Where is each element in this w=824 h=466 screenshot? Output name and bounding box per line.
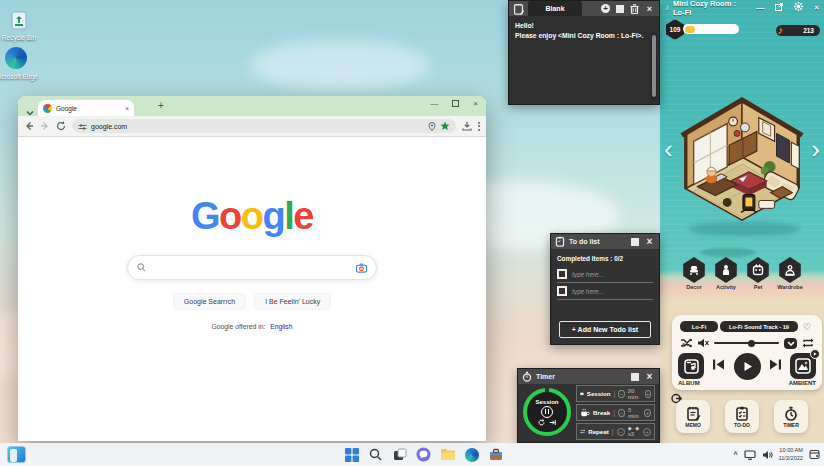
shuffle-icon[interactable]: ALL bbox=[680, 334, 692, 352]
add-note-icon[interactable]: + bbox=[601, 4, 610, 13]
todo-item[interactable] bbox=[557, 266, 653, 283]
notifications-icon[interactable] bbox=[809, 449, 820, 460]
menu-dots-icon[interactable] bbox=[478, 122, 480, 131]
nav-pet-button[interactable]: Pet bbox=[745, 257, 771, 290]
add-todo-button[interactable]: + Add New Todo list bbox=[559, 321, 651, 338]
volume-tray-icon[interactable] bbox=[762, 450, 773, 460]
popout-icon[interactable] bbox=[775, 3, 783, 13]
shuffle-mode-label: ALL bbox=[682, 343, 689, 347]
minimize-note-icon[interactable] bbox=[614, 3, 625, 14]
todo-button[interactable]: TO-DO bbox=[725, 400, 759, 433]
close-icon[interactable]: × bbox=[644, 3, 655, 14]
todo-input[interactable] bbox=[572, 271, 642, 278]
nav-decor-button[interactable]: Decor bbox=[681, 257, 707, 290]
reload-icon[interactable] bbox=[56, 117, 66, 135]
room-next-arrow[interactable]: › bbox=[811, 136, 820, 162]
todo-checkbox[interactable] bbox=[557, 286, 567, 296]
play-button[interactable] bbox=[734, 353, 761, 380]
increase-icon[interactable]: + bbox=[645, 390, 651, 398]
lens-camera-icon[interactable] bbox=[356, 263, 367, 273]
completed-counter: Completed Items : 0/2 bbox=[557, 255, 653, 262]
notes-scrollbar[interactable] bbox=[651, 34, 657, 100]
next-track-icon[interactable] bbox=[769, 357, 782, 375]
chat-button[interactable] bbox=[415, 446, 432, 463]
close-icon[interactable]: × bbox=[644, 236, 655, 247]
volume-slider[interactable] bbox=[714, 342, 779, 344]
location-icon[interactable] bbox=[428, 117, 436, 135]
album-button[interactable] bbox=[678, 353, 704, 379]
close-icon[interactable]: × bbox=[644, 371, 655, 382]
clock[interactable]: 10:00 AM 11/2/2022 bbox=[779, 447, 803, 462]
minimize-todo-icon[interactable] bbox=[629, 236, 640, 247]
address-bar[interactable]: google.com bbox=[72, 119, 456, 133]
room-prev-arrow[interactable]: ‹ bbox=[664, 136, 673, 162]
search-input[interactable] bbox=[152, 264, 350, 271]
bookmark-star-icon[interactable] bbox=[440, 117, 450, 135]
browser-minimize-icon[interactable]: — bbox=[430, 99, 438, 108]
edge-button[interactable] bbox=[463, 446, 480, 463]
delete-note-icon[interactable] bbox=[629, 3, 640, 14]
session-dial[interactable]: Session bbox=[523, 388, 571, 436]
browser-close-icon[interactable]: × bbox=[473, 99, 478, 108]
search-button[interactable] bbox=[367, 446, 384, 463]
browser-toolbar: google.com bbox=[18, 116, 486, 137]
session-row: Session | – 20 min + bbox=[576, 385, 655, 402]
cozy-app-taskbar-button[interactable] bbox=[487, 446, 504, 463]
tab-search-chevron-icon[interactable] bbox=[26, 102, 34, 120]
todo-item[interactable] bbox=[557, 283, 653, 300]
site-settings-icon[interactable] bbox=[78, 117, 87, 135]
desktop-icon-label: Microsoft Edge bbox=[0, 73, 45, 80]
minimize-timer-icon[interactable] bbox=[629, 371, 640, 382]
session-value: 20 min bbox=[628, 388, 642, 400]
minimize-icon[interactable]: — bbox=[756, 3, 764, 12]
google-search-button[interactable]: Google Searrrch bbox=[173, 293, 246, 310]
tab-google[interactable]: Google × bbox=[38, 100, 134, 116]
previous-track-icon[interactable] bbox=[712, 357, 725, 375]
pause-icon[interactable] bbox=[541, 406, 553, 418]
exit-session-icon[interactable] bbox=[549, 419, 556, 426]
break-stepper: – 5 min + bbox=[618, 407, 651, 419]
file-explorer-button[interactable] bbox=[439, 446, 456, 463]
volume-slider-handle[interactable] bbox=[748, 340, 755, 347]
task-view-button[interactable] bbox=[391, 446, 408, 463]
forward-icon[interactable] bbox=[40, 117, 50, 135]
google-search-box[interactable] bbox=[127, 255, 377, 280]
close-icon[interactable]: × bbox=[814, 3, 819, 12]
tab-close-icon[interactable]: × bbox=[125, 105, 129, 112]
widgets-button[interactable] bbox=[7, 446, 26, 463]
ambient-button[interactable] bbox=[790, 353, 816, 379]
notes-scrollbar-thumb[interactable] bbox=[652, 35, 656, 97]
decrease-icon[interactable]: – bbox=[618, 390, 624, 398]
favorite-heart-icon[interactable]: ♡ bbox=[803, 322, 811, 332]
settings-icon[interactable] bbox=[794, 2, 803, 13]
memo-button[interactable]: MEMO bbox=[676, 400, 710, 433]
desktop-icon-recycle-bin[interactable]: Recycle Bin bbox=[0, 8, 48, 41]
track-title[interactable]: Lo-Fi Sound Track - 19 bbox=[720, 321, 798, 332]
new-tab-icon[interactable]: + bbox=[158, 100, 164, 111]
genre-button[interactable]: Lo-Fi bbox=[680, 321, 718, 332]
decrease-icon[interactable]: – bbox=[617, 428, 625, 436]
restart-icon[interactable] bbox=[538, 419, 545, 426]
nav-activity-button[interactable]: Activity bbox=[713, 257, 739, 290]
decrease-icon[interactable]: – bbox=[618, 409, 625, 417]
browser-maximize-icon[interactable] bbox=[452, 100, 459, 107]
mute-icon[interactable] bbox=[697, 334, 709, 352]
todo-checkbox[interactable] bbox=[557, 269, 567, 279]
notes-tab[interactable]: Blank bbox=[528, 1, 582, 16]
language-link[interactable]: English bbox=[270, 323, 292, 330]
todo-input[interactable] bbox=[572, 288, 642, 295]
collapse-player-button[interactable] bbox=[784, 338, 797, 349]
timer-icon bbox=[784, 406, 798, 421]
feeling-lucky-button[interactable]: I Be Feelin' Lucky bbox=[254, 293, 331, 310]
increase-icon[interactable]: + bbox=[644, 409, 651, 417]
tray-chevron-icon[interactable]: ^ bbox=[733, 451, 737, 458]
level-badge[interactable]: 109 bbox=[665, 19, 685, 40]
display-tray-icon[interactable] bbox=[744, 450, 756, 460]
timer-button[interactable]: TIMER bbox=[774, 400, 808, 433]
nav-wardrobe-button[interactable]: Wardrobe bbox=[777, 257, 803, 290]
increase-icon[interactable]: + bbox=[643, 428, 651, 436]
start-button[interactable] bbox=[343, 446, 360, 463]
desktop-icon-edge[interactable]: Microsoft Edge bbox=[0, 47, 45, 80]
download-icon[interactable] bbox=[462, 117, 472, 135]
notes-content[interactable]: Hello! Please enjoy <Mini Cozy Room : Lo… bbox=[509, 16, 659, 104]
